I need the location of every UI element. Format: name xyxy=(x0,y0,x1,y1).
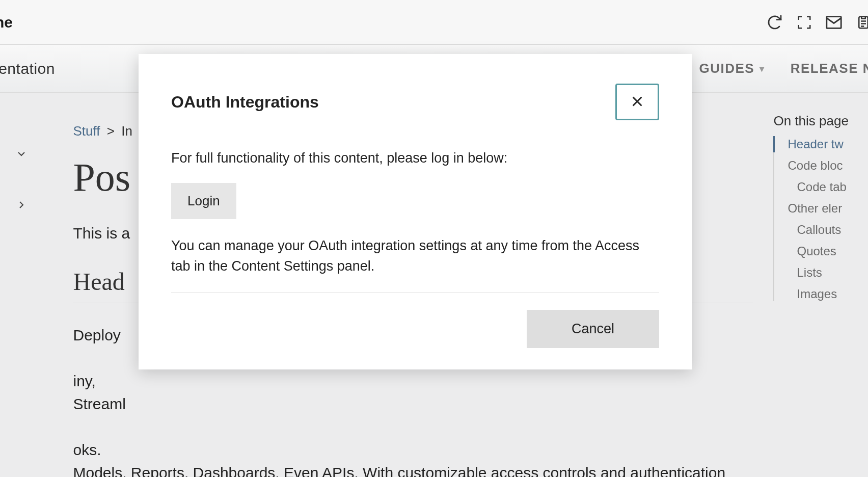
breadcrumb-separator: > xyxy=(107,123,115,139)
toc-item[interactable]: Lists xyxy=(788,266,868,280)
chevron-down-icon[interactable] xyxy=(11,144,32,164)
para-fragment: Streaml xyxy=(73,395,125,412)
navbar-links: GUIDES ▾ RELEASE N xyxy=(699,61,869,76)
fullscreen-icon[interactable] xyxy=(796,14,813,31)
breadcrumb-current: In xyxy=(121,123,132,139)
nav-item-label: RELEASE N xyxy=(791,61,868,76)
chevron-down-icon: ▾ xyxy=(760,63,765,74)
modal-help-text: You can manage your OAuth integration se… xyxy=(171,235,659,277)
breadcrumb-link[interactable]: Stuff xyxy=(73,123,100,139)
toc-item[interactable]: Images xyxy=(788,287,868,301)
toc-item[interactable]: Quotes xyxy=(788,244,868,258)
nav-item-label: GUIDES xyxy=(699,61,755,76)
modal-divider xyxy=(171,292,659,293)
modal-body: For full functionality of this content, … xyxy=(171,148,659,293)
toc-item[interactable]: Code bloc xyxy=(788,158,868,173)
para-fragment: Models. Reports. Dashboards. Even APIs. … xyxy=(73,464,725,477)
modal-intro-text: For full functionality of this content, … xyxy=(171,148,659,169)
close-icon xyxy=(630,94,645,111)
left-sidebar xyxy=(0,93,42,477)
refresh-icon[interactable] xyxy=(766,14,783,31)
toc-title: On this page xyxy=(773,113,868,129)
chevron-right-icon[interactable] xyxy=(11,195,32,215)
cancel-button[interactable]: Cancel xyxy=(527,310,659,348)
toolbar-actions xyxy=(766,14,863,31)
modal-title: OAuth Integrations xyxy=(171,93,319,112)
toc-list: Header tw Code bloc Code tab Other eler … xyxy=(773,137,868,301)
toc-item[interactable]: Callouts xyxy=(788,223,868,237)
table-of-contents: On this page Header tw Code bloc Code ta… xyxy=(773,93,868,477)
para-fragment: oks. xyxy=(73,441,101,458)
oauth-modal: OAuth Integrations For full functionalit… xyxy=(139,54,692,369)
nav-item-guides[interactable]: GUIDES ▾ xyxy=(699,61,765,76)
mail-icon[interactable] xyxy=(825,14,843,31)
top-toolbar: ne xyxy=(0,0,868,45)
login-button[interactable]: Login xyxy=(171,183,236,219)
nav-item-release[interactable]: RELEASE N xyxy=(791,61,868,76)
toc-item[interactable]: Other eler xyxy=(788,201,868,216)
toc-item[interactable]: Code tab xyxy=(788,180,868,194)
modal-footer: Cancel xyxy=(171,310,659,348)
clipboard-icon[interactable] xyxy=(855,14,868,31)
navbar-title-fragment: nentation xyxy=(0,60,55,77)
toc-item[interactable]: Header tw xyxy=(788,137,868,151)
app-title: ne xyxy=(0,14,13,31)
close-button[interactable] xyxy=(615,84,659,120)
para-fragment: Deploy xyxy=(73,327,120,343)
modal-header: OAuth Integrations xyxy=(171,84,659,120)
para-fragment: iny, xyxy=(73,373,95,389)
